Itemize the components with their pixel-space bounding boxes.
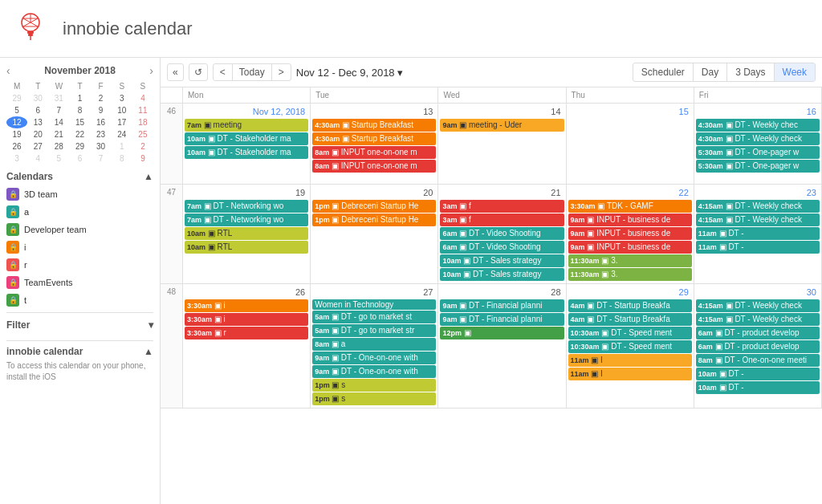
innobie-cal-toggle[interactable]: ▲ (144, 346, 153, 357)
day-number[interactable]: 28 (440, 286, 564, 299)
day-number[interactable]: 16 (696, 105, 820, 118)
mini-cal-day[interactable]: 26 (6, 140, 27, 152)
timed-event[interactable]: 10:30am ▣ DT - Speed ment (568, 327, 692, 339)
three-days-tab[interactable]: 3 Days (726, 63, 773, 81)
timed-event[interactable]: 5:30am ▣ DT - One-pager w (696, 160, 820, 173)
timed-event[interactable]: 1pm ▣ Debreceni Startup He (312, 213, 436, 226)
timed-event[interactable]: 4am ▣ DT - Startup Breakfa (568, 299, 692, 312)
calendar-item[interactable]: 🔒 3D team (6, 185, 153, 203)
timed-event[interactable]: 4:30am ▣ DT - Weekly chec (696, 119, 820, 132)
calendars-toggle[interactable]: ▲ (144, 171, 153, 182)
mini-cal-day[interactable]: 28 (48, 140, 69, 152)
mini-cal-day[interactable]: 18 (132, 116, 153, 128)
calendar-item[interactable]: 🔒 Developer team (6, 221, 153, 238)
mini-cal-day[interactable]: 6 (69, 152, 90, 165)
timed-event[interactable]: 12pm ▣ (440, 327, 564, 339)
day-number[interactable]: 29 (568, 286, 692, 299)
timed-event[interactable]: 8am ▣ a (312, 338, 436, 351)
timed-event[interactable]: 9am ▣ meeting - Uder (440, 119, 564, 132)
mini-cal-day[interactable]: 4 (132, 92, 153, 104)
timed-event[interactable]: 4am ▣ DT - Startup Breakfa (568, 313, 692, 326)
mini-cal-day[interactable]: 25 (132, 128, 153, 140)
calendar-item[interactable]: 🔒 TeamEvents (6, 274, 153, 291)
timed-event[interactable]: 6am ▣ DT - Video Shooting (440, 241, 564, 254)
timed-event[interactable]: 8am ▣ INPUT one-on-one m (312, 160, 436, 173)
mini-cal-day[interactable]: 6 (27, 104, 48, 116)
next-button[interactable]: > (271, 64, 291, 80)
mini-cal-day[interactable]: 5 (48, 152, 69, 165)
day-number[interactable]: 22 (568, 186, 692, 199)
timed-event[interactable]: 10am ▣ DT - Sales strategy (440, 254, 564, 267)
timed-event[interactable]: 4:15am ▣ DT - Weekly check (696, 313, 820, 326)
timed-event[interactable]: 10am ▣ DT - Sales strategy (440, 268, 564, 281)
mini-cal-day[interactable]: 9 (91, 104, 112, 116)
day-number[interactable]: 19 (185, 186, 308, 199)
timed-event[interactable]: 7am ▣ meeting (185, 119, 308, 132)
timed-event[interactable]: 4:30am ▣ DT - Weekly check (696, 132, 820, 145)
today-button[interactable]: Today (232, 64, 271, 80)
mini-cal-next[interactable]: › (149, 64, 153, 77)
timed-event[interactable]: 9am ▣ DT - Financial planni (440, 299, 564, 312)
mini-cal-day[interactable]: 1 (69, 92, 90, 104)
timed-event[interactable]: 9am ▣ INPUT - business de (568, 213, 692, 226)
filter-toggle[interactable]: ▾ (149, 319, 153, 331)
mini-cal-day[interactable]: 2 (91, 92, 112, 104)
timed-event[interactable]: 10am ▣ DT - Stakeholder ma (185, 132, 308, 145)
mini-cal-day[interactable]: 12 (6, 116, 27, 128)
timed-event[interactable]: 11:30am ▣ 3. (568, 268, 692, 281)
timed-event[interactable]: 3am ▣ f (440, 213, 564, 226)
mini-cal-day[interactable]: 3 (112, 92, 132, 104)
day-number[interactable]: 23 (696, 186, 820, 199)
week-tab[interactable]: Week (774, 63, 815, 81)
all-day-event[interactable]: Women in Technology (312, 299, 436, 310)
mini-cal-day[interactable]: 31 (48, 92, 69, 104)
calendar-item[interactable]: 🔒 t (6, 291, 153, 309)
mini-cal-day[interactable]: 13 (27, 116, 48, 128)
timed-event[interactable]: 4:30am ▣ Startup Breakfast (312, 132, 436, 145)
calendar-item[interactable]: 🔒 a (6, 203, 153, 221)
mini-cal-day[interactable]: 27 (27, 140, 48, 152)
mini-cal-day[interactable]: 2 (132, 140, 153, 152)
timed-event[interactable]: 9am ▣ INPUT - business de (568, 227, 692, 240)
mini-cal-day[interactable]: 8 (112, 152, 132, 165)
mini-cal-day[interactable]: 30 (91, 140, 112, 152)
timed-event[interactable]: 4:15am ▣ DT - Weekly check (696, 299, 820, 312)
timed-event[interactable]: 10am ▣ DT - (696, 368, 820, 380)
timed-event[interactable]: 10am ▣ DT - (696, 381, 820, 394)
mini-cal-day[interactable]: 30 (27, 92, 48, 104)
day-number[interactable]: 15 (568, 105, 692, 118)
timed-event[interactable]: 3am ▣ f (440, 200, 564, 213)
mini-cal-day[interactable]: 29 (69, 140, 90, 152)
timed-event[interactable]: 8am ▣ DT - One-on-one meeti (696, 354, 820, 367)
day-tab[interactable]: Day (693, 63, 726, 81)
mini-cal-day[interactable]: 9 (132, 152, 153, 165)
mini-cal-day[interactable]: 23 (91, 128, 112, 140)
mini-cal-day[interactable]: 5 (6, 104, 27, 116)
day-number[interactable]: 13 (312, 105, 436, 118)
mini-cal-day[interactable]: 21 (48, 128, 69, 140)
timed-event[interactable]: 3:30am ▣ r (185, 327, 308, 339)
calendar-item[interactable]: 🔒 i (6, 238, 153, 256)
mini-cal-day[interactable]: 16 (91, 116, 112, 128)
timed-event[interactable]: 6am ▣ DT - product develop (696, 327, 820, 339)
timed-event[interactable]: 4:15am ▣ DT - Weekly check (696, 200, 820, 213)
mini-cal-day[interactable]: 1 (112, 140, 132, 152)
timed-event[interactable]: 11am ▣ l (568, 368, 692, 380)
day-number[interactable]: 26 (185, 286, 308, 299)
date-range-button[interactable]: Nov 12 - Dec 9, 2018 ▾ (296, 67, 403, 79)
collapse-button[interactable]: « (167, 63, 184, 81)
mini-cal-day[interactable]: 29 (6, 92, 27, 104)
timed-event[interactable]: 5:30am ▣ DT - One-pager w (696, 146, 820, 159)
mini-cal-day[interactable]: 4 (27, 152, 48, 165)
mini-cal-day[interactable]: 15 (69, 116, 90, 128)
timed-event[interactable]: 11am ▣ l (568, 354, 692, 367)
timed-event[interactable]: 4:30am ▣ Startup Breakfast (312, 119, 436, 132)
day-number[interactable]: Nov 12, 2018 (185, 105, 308, 118)
timed-event[interactable]: 9am ▣ INPUT - business de (568, 241, 692, 254)
mini-cal-prev[interactable]: ‹ (6, 64, 10, 77)
timed-event[interactable]: 5am ▣ DT - go to market str (312, 324, 436, 337)
timed-event[interactable]: 4:15am ▣ DT - Weekly check (696, 213, 820, 226)
mini-cal-day[interactable]: 3 (6, 152, 27, 165)
day-number[interactable]: 20 (312, 186, 436, 199)
day-number[interactable]: 27 (312, 286, 436, 299)
